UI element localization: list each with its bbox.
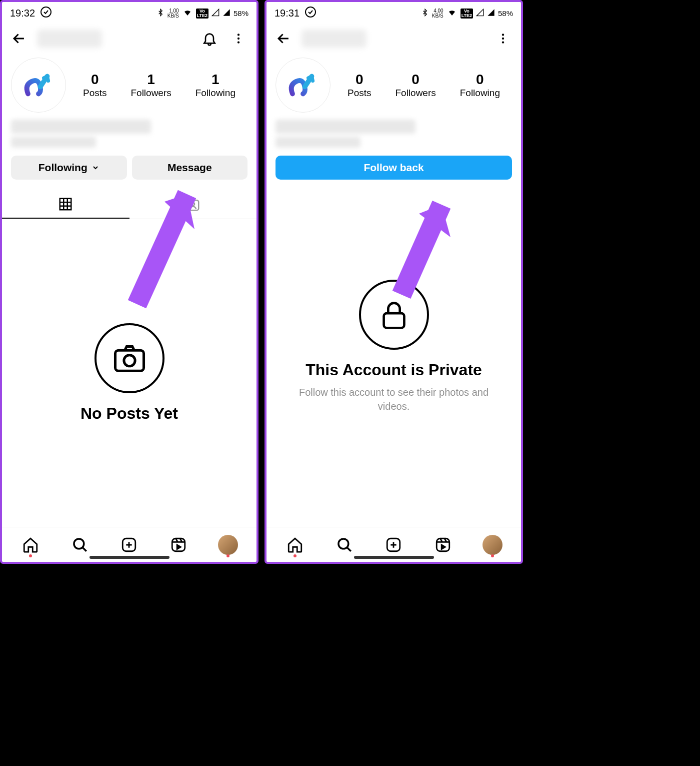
notification-dot <box>294 554 296 557</box>
action-buttons: Follow back <box>266 149 521 185</box>
profile-header <box>2 23 256 55</box>
profile-avatar-icon <box>482 535 502 555</box>
status-bar: 19:32 1.00KB/S VoLTE2 58% <box>2 2 256 23</box>
grid-tab[interactable] <box>2 191 130 219</box>
svg-point-8 <box>124 355 134 366</box>
back-button[interactable] <box>10 30 28 48</box>
profile-info-row: 0 Posts 1 Followers 1 Following <box>2 55 256 118</box>
network-speed: 1.00KB/S <box>168 9 179 19</box>
private-account-state: This Account is Private Follow this acco… <box>266 185 521 527</box>
svg-point-2 <box>238 38 240 40</box>
nav-profile[interactable] <box>481 533 504 556</box>
username-redacted <box>302 30 366 48</box>
battery-text: 58% <box>498 9 513 18</box>
bio-line-redacted <box>276 120 416 134</box>
signal-icon-2 <box>487 9 495 18</box>
reels-icon <box>434 536 452 553</box>
back-button[interactable] <box>274 30 292 48</box>
profile-tabs <box>2 191 256 219</box>
message-button[interactable]: Message <box>132 156 248 180</box>
following-button[interactable]: Following <box>11 156 127 180</box>
bluetooth-icon <box>421 8 429 19</box>
more-options-button[interactable] <box>493 29 513 49</box>
svg-rect-4 <box>60 199 72 210</box>
svg-point-1 <box>238 34 240 36</box>
clock-text: 19:32 <box>10 8 35 19</box>
nav-create[interactable] <box>118 533 140 556</box>
svg-point-13 <box>502 34 504 36</box>
svg-rect-16 <box>384 313 404 328</box>
wifi-icon <box>182 8 193 19</box>
followers-stat[interactable]: 1 Followers <box>130 72 171 99</box>
search-icon <box>72 536 88 553</box>
home-icon <box>286 536 304 553</box>
bio-line-redacted-2 <box>11 137 96 148</box>
chevron-down-icon <box>92 164 100 172</box>
signal-icon <box>212 9 220 18</box>
svg-point-12 <box>306 7 316 17</box>
svg-point-3 <box>238 41 240 43</box>
follow-back-button[interactable]: Follow back <box>276 156 512 180</box>
bio-line-redacted-2 <box>276 137 360 148</box>
wifi-icon <box>446 8 458 19</box>
notification-dot <box>226 554 230 557</box>
svg-point-14 <box>502 38 504 40</box>
profile-header <box>266 23 521 55</box>
nav-create[interactable] <box>382 533 405 556</box>
tagged-tab[interactable] <box>130 191 257 219</box>
bottom-nav <box>2 527 256 562</box>
phone-right: 19:31 4.00KB/S VoLTE2 58% <box>264 0 523 564</box>
notification-dot <box>491 554 494 557</box>
profile-avatar[interactable] <box>276 58 330 113</box>
reels-icon <box>170 536 187 553</box>
volte-badge: VoLTE2 <box>196 9 208 19</box>
svg-point-9 <box>74 538 84 548</box>
check-shield-icon <box>40 6 52 21</box>
posts-stat[interactable]: 0 Posts <box>83 72 107 99</box>
username-redacted <box>37 30 102 48</box>
nav-search[interactable] <box>68 533 92 556</box>
action-buttons: Following Message <box>2 149 256 185</box>
grid-icon <box>58 197 73 212</box>
profile-avatar[interactable] <box>11 58 66 113</box>
following-stat[interactable]: 0 Following <box>460 72 500 99</box>
svg-point-17 <box>338 538 348 548</box>
tagged-icon <box>186 197 200 212</box>
search-icon <box>336 536 353 553</box>
bio-line-redacted <box>11 120 151 134</box>
posts-empty-state: No Posts Yet <box>2 219 256 527</box>
nav-home[interactable] <box>284 533 306 556</box>
svg-rect-19 <box>436 538 450 551</box>
network-speed: 4.00KB/S <box>432 9 444 19</box>
nav-reels[interactable] <box>432 533 454 556</box>
clock-text: 19:31 <box>274 8 300 19</box>
nav-profile[interactable] <box>216 533 240 556</box>
battery-text: 58% <box>234 9 248 18</box>
bottom-nav <box>266 527 521 562</box>
nav-search[interactable] <box>333 533 356 556</box>
profile-info-row: 0 Posts 0 Followers 0 Following <box>266 55 521 118</box>
volte-badge: VoLTE2 <box>460 9 473 19</box>
more-options-button[interactable] <box>228 29 248 49</box>
following-stat[interactable]: 1 Following <box>196 72 236 99</box>
no-posts-title: No Posts Yet <box>80 404 178 423</box>
home-icon <box>22 536 39 553</box>
phone-left: 19:32 1.00KB/S VoLTE2 58% <box>0 0 258 564</box>
nav-reels[interactable] <box>167 533 190 556</box>
private-title: This Account is Private <box>306 361 482 379</box>
followers-stat[interactable]: 0 Followers <box>395 72 436 99</box>
posts-stat[interactable]: 0 Posts <box>348 72 372 99</box>
bluetooth-icon <box>156 8 164 19</box>
status-bar: 19:31 4.00KB/S VoLTE2 58% <box>266 2 521 23</box>
camera-circle-icon <box>94 323 164 393</box>
private-subtext: Follow this account to see their photos … <box>299 385 489 413</box>
svg-point-0 <box>41 7 51 17</box>
lock-circle-icon <box>359 280 429 350</box>
notification-bell-button[interactable] <box>200 29 220 49</box>
plus-square-icon <box>385 536 402 553</box>
plus-square-icon <box>120 536 138 553</box>
nav-home[interactable] <box>19 533 42 556</box>
svg-point-6 <box>192 203 194 206</box>
check-shield-icon <box>304 6 316 21</box>
signal-icon-2 <box>222 9 230 18</box>
